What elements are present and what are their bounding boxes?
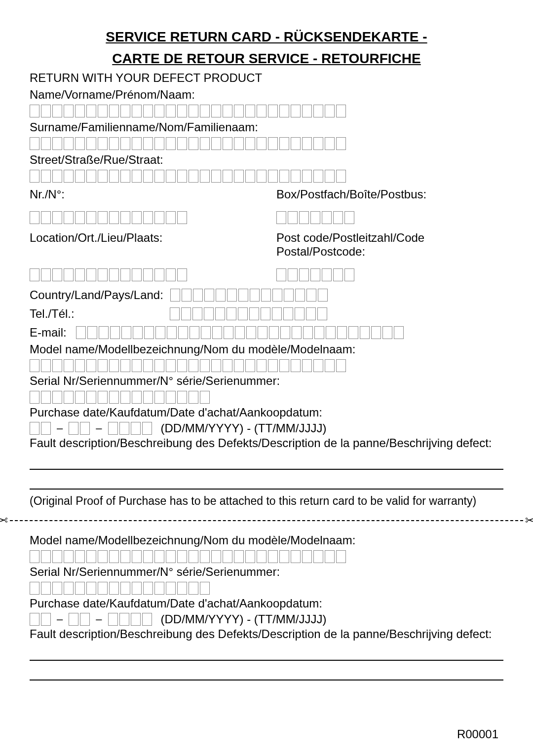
char-box[interactable]: [325, 137, 335, 150]
char-box[interactable]: [41, 105, 51, 117]
char-box[interactable]: [310, 268, 320, 281]
char-box[interactable]: [216, 289, 226, 302]
char-box[interactable]: [291, 359, 301, 372]
char-box[interactable]: [272, 289, 282, 302]
char-box[interactable]: [189, 359, 198, 372]
char-box[interactable]: [154, 137, 164, 150]
char-box[interactable]: [204, 307, 214, 320]
model-input-boxes[interactable]: [30, 359, 503, 372]
char-box[interactable]: [98, 391, 108, 404]
char-box[interactable]: [109, 550, 119, 563]
char-box[interactable]: [87, 326, 97, 339]
purchase-date-month-boxes[interactable]: [69, 422, 90, 435]
char-box[interactable]: [80, 613, 90, 626]
char-box[interactable]: [64, 105, 74, 117]
char-box[interactable]: [223, 170, 232, 183]
char-box[interactable]: [257, 105, 266, 117]
char-box[interactable]: [295, 289, 305, 302]
char-box[interactable]: [143, 211, 153, 224]
char-box[interactable]: [86, 105, 96, 117]
char-box[interactable]: [76, 326, 86, 339]
char-box[interactable]: [30, 137, 39, 150]
char-box[interactable]: [30, 105, 39, 117]
char-box[interactable]: [64, 137, 74, 150]
char-box[interactable]: [325, 105, 335, 117]
char-box[interactable]: [75, 137, 85, 150]
char-box[interactable]: [30, 613, 39, 626]
char-box[interactable]: [109, 211, 119, 224]
char-box[interactable]: [313, 105, 323, 117]
char-box[interactable]: [325, 170, 335, 183]
email-input-boxes[interactable]: [76, 326, 404, 339]
char-box[interactable]: [143, 550, 153, 563]
char-box[interactable]: [75, 550, 85, 563]
char-box[interactable]: [166, 105, 176, 117]
char-box[interactable]: [211, 359, 221, 372]
char-box[interactable]: [120, 391, 130, 404]
char-box[interactable]: [120, 211, 130, 224]
char-box[interactable]: [143, 391, 153, 404]
char-box[interactable]: [98, 550, 108, 563]
char-box[interactable]: [200, 550, 210, 563]
char-box[interactable]: [268, 137, 278, 150]
char-box[interactable]: [120, 268, 130, 281]
char-box[interactable]: [154, 550, 164, 563]
char-box[interactable]: [30, 550, 39, 563]
char-box[interactable]: [30, 422, 39, 435]
char-box[interactable]: [189, 582, 198, 595]
char-box[interactable]: [189, 550, 198, 563]
char-box[interactable]: [177, 391, 187, 404]
char-box[interactable]: [177, 582, 187, 595]
char-box[interactable]: [143, 359, 153, 372]
char-box[interactable]: [98, 211, 108, 224]
char-box[interactable]: [41, 582, 51, 595]
purchase-date-day-boxes-2[interactable]: [30, 613, 51, 626]
char-box[interactable]: [154, 170, 164, 183]
char-box[interactable]: [167, 326, 177, 339]
char-box[interactable]: [86, 137, 96, 150]
char-box[interactable]: [258, 326, 267, 339]
char-box[interactable]: [238, 289, 248, 302]
char-box[interactable]: [109, 391, 119, 404]
char-box[interactable]: [52, 211, 62, 224]
char-box[interactable]: [245, 359, 255, 372]
char-box[interactable]: [299, 268, 309, 281]
char-box[interactable]: [30, 268, 39, 281]
char-box[interactable]: [177, 211, 187, 224]
char-box[interactable]: [291, 105, 301, 117]
char-box[interactable]: [348, 326, 358, 339]
char-box[interactable]: [133, 326, 143, 339]
char-box[interactable]: [336, 105, 346, 117]
char-box[interactable]: [302, 105, 312, 117]
char-box[interactable]: [246, 326, 256, 339]
char-box[interactable]: [154, 359, 164, 372]
char-box[interactable]: [170, 307, 180, 320]
char-box[interactable]: [69, 422, 78, 435]
char-box[interactable]: [166, 137, 176, 150]
char-box[interactable]: [223, 550, 232, 563]
nr-input-boxes[interactable]: [30, 211, 257, 224]
char-box[interactable]: [52, 359, 62, 372]
char-box[interactable]: [257, 550, 266, 563]
char-box[interactable]: [64, 268, 74, 281]
char-box[interactable]: [276, 268, 286, 281]
char-box[interactable]: [291, 170, 301, 183]
char-box[interactable]: [223, 359, 232, 372]
char-box[interactable]: [177, 137, 187, 150]
char-box[interactable]: [109, 105, 119, 117]
char-box[interactable]: [155, 326, 165, 339]
purchase-date-month-boxes-2[interactable]: [69, 613, 90, 626]
char-box[interactable]: [245, 550, 255, 563]
char-box[interactable]: [132, 582, 142, 595]
char-box[interactable]: [108, 422, 118, 435]
char-box[interactable]: [154, 268, 164, 281]
char-box[interactable]: [154, 105, 164, 117]
char-box[interactable]: [326, 326, 336, 339]
char-box[interactable]: [98, 105, 108, 117]
char-box[interactable]: [200, 582, 210, 595]
char-box[interactable]: [30, 170, 39, 183]
char-box[interactable]: [52, 550, 62, 563]
fault-description-line[interactable]: [30, 478, 503, 490]
char-box[interactable]: [98, 359, 108, 372]
char-box[interactable]: [227, 307, 236, 320]
